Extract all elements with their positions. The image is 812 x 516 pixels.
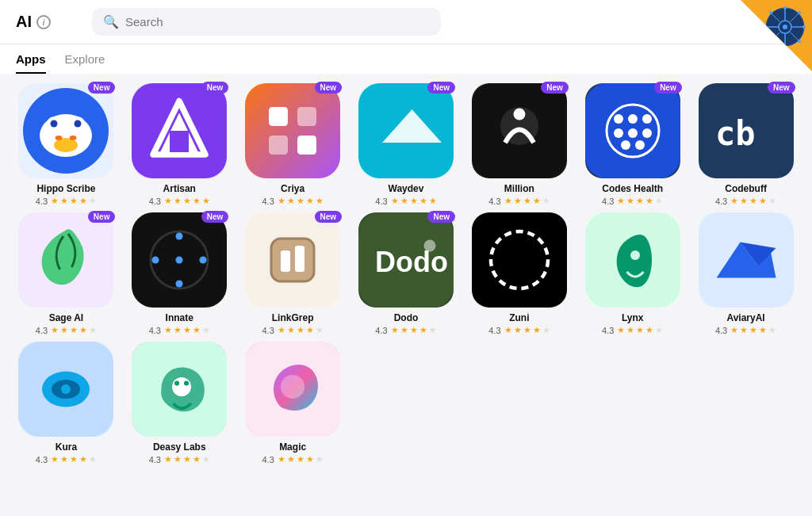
app-card[interactable]: Lynx 4.3 ★★★★★ (579, 212, 686, 335)
svg-point-80 (172, 377, 191, 396)
rating-number: 4.3 (375, 326, 387, 335)
star-empty: ★ (316, 454, 324, 464)
tab-apps[interactable]: Apps (16, 52, 46, 74)
star-filled: ★ (70, 454, 78, 464)
app-name: AviaryAI (726, 312, 764, 323)
rating-number: 4.3 (262, 455, 274, 464)
app-icon-wrapper (18, 342, 113, 437)
app-card[interactable]: New LinkGrep 4.3 ★★★★★ (239, 212, 347, 335)
app-card[interactable]: New cb Codebuff 4.3 ★★★★★ (692, 83, 799, 206)
star-filled: ★ (306, 196, 314, 206)
app-icon (132, 342, 227, 437)
star-filled: ★ (287, 196, 295, 206)
svg-point-51 (635, 140, 645, 150)
star-empty: ★ (202, 454, 210, 464)
star-filled: ★ (429, 196, 437, 206)
app-card[interactable]: New Criya 4.3 ★★★★★ (239, 83, 347, 206)
app-icon (18, 83, 113, 178)
star-filled: ★ (202, 196, 210, 206)
svg-point-84 (281, 375, 304, 399)
svg-text:cb: cb (715, 114, 756, 153)
star-filled: ★ (504, 196, 512, 206)
star-filled: ★ (410, 196, 418, 206)
svg-text:Dodo: Dodo (375, 246, 448, 278)
app-card[interactable]: New Codes Health 4.3 ★★★★★ (579, 83, 686, 206)
app-icon (18, 212, 113, 308)
app-icon (245, 83, 340, 178)
svg-point-73 (630, 250, 640, 260)
app-icon (18, 342, 113, 437)
app-name: Deasy Labs (153, 441, 206, 453)
app-icon-wrapper (472, 212, 567, 308)
rating-number: 4.3 (488, 197, 500, 206)
tabs-bar: Apps Explore (0, 44, 812, 74)
app-card[interactable]: New Waydev 4.3 ★★★★★ (353, 83, 460, 206)
svg-point-81 (174, 381, 179, 386)
info-icon[interactable]: i (36, 15, 51, 29)
app-card[interactable]: New Dodo Dodo 4.3 ★★★★★ (353, 212, 460, 335)
app-icon (472, 83, 567, 178)
app-name: Kura (56, 441, 77, 453)
star-filled: ★ (533, 196, 541, 206)
star-empty: ★ (768, 196, 776, 206)
star-filled: ★ (79, 325, 87, 335)
star-empty: ★ (655, 325, 663, 335)
app-rating-row: 4.3 ★★★★★ (36, 454, 97, 464)
rating-number: 4.3 (602, 326, 614, 335)
star-filled: ★ (523, 196, 531, 206)
star-filled: ★ (740, 196, 748, 206)
star-filled: ★ (400, 196, 408, 206)
star-filled: ★ (51, 454, 59, 464)
star-filled: ★ (174, 196, 182, 206)
app-rating-row: 4.3 ★★★★★ (715, 325, 776, 335)
app-card[interactable]: Kura 4.3 ★★★★★ (13, 342, 120, 464)
app-rating-row: 4.3 ★★★★★ (36, 325, 97, 335)
search-input[interactable] (125, 15, 430, 29)
app-card[interactable]: New Million 4.3 ★★★★★ (465, 83, 573, 206)
star-filled: ★ (391, 325, 399, 335)
svg-rect-34 (297, 107, 316, 126)
star-filled: ★ (504, 325, 512, 335)
app-icon (472, 212, 567, 308)
app-rating-row: 4.3 ★★★★★ (375, 196, 436, 206)
star-filled: ★ (51, 325, 59, 335)
app-card[interactable]: New Hippo Scribe 4.3 ★★★★★ (13, 83, 120, 206)
app-icon-wrapper (132, 342, 227, 437)
app-card[interactable]: New Artisan 4.3 ★★★★★ (126, 83, 233, 206)
svg-point-44 (614, 114, 623, 124)
new-badge: New (427, 211, 455, 223)
app-card[interactable]: New Innate 4.3 ★★★★★ (126, 212, 233, 335)
tab-explore[interactable]: Explore (65, 52, 105, 74)
star-filled: ★ (306, 454, 314, 464)
svg-rect-31 (170, 131, 189, 152)
app-rating-row: 4.3 ★★★★★ (715, 196, 776, 206)
rating-number: 4.3 (36, 455, 48, 464)
svg-point-47 (614, 128, 623, 138)
app-icon (132, 212, 227, 308)
star-filled: ★ (278, 454, 285, 464)
star-filled: ★ (79, 196, 87, 206)
star-filled: ★ (749, 325, 757, 335)
rating-number: 4.3 (602, 197, 614, 206)
app-card[interactable]: New Sage AI 4.3 ★★★★★ (13, 212, 120, 335)
app-card[interactable]: Deasy Labs 4.3 ★★★★★ (126, 342, 233, 464)
app-icon-wrapper (585, 212, 680, 308)
app-card[interactable]: Zuni 4.3 ★★★★★ (465, 212, 573, 335)
app-icon-wrapper: New (18, 83, 113, 178)
new-badge: New (88, 211, 116, 223)
app-icon-wrapper: New (18, 212, 113, 308)
app-card[interactable]: AviaryAI 4.3 ★★★★★ (692, 212, 799, 335)
new-badge: New (541, 82, 569, 94)
app-icon (358, 83, 454, 178)
svg-point-78 (61, 384, 71, 394)
app-icon-wrapper (245, 342, 340, 437)
rating-number: 4.3 (149, 326, 161, 335)
star-filled: ★ (316, 196, 324, 206)
new-badge: New (315, 211, 343, 223)
star-filled: ★ (193, 196, 201, 206)
star-filled: ★ (636, 325, 644, 335)
star-filled: ★ (174, 325, 182, 335)
app-card[interactable]: Magic 4.3 ★★★★★ (239, 342, 347, 464)
star-filled: ★ (183, 325, 191, 335)
search-bar[interactable]: 🔍 (92, 8, 441, 36)
